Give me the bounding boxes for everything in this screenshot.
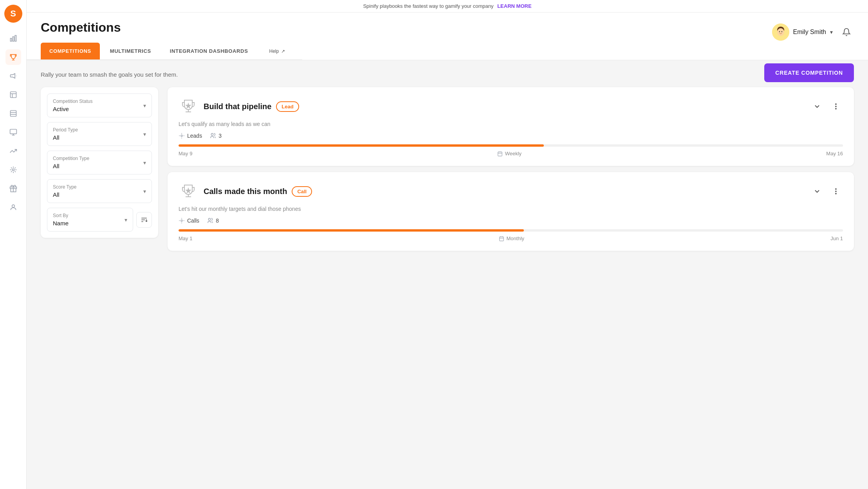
card-2-metric-label: Calls [187, 218, 199, 224]
banner-text: Spinify playbooks the fastest way to gam… [363, 3, 493, 9]
filter-competition-type[interactable]: Competition Type All ▾ [47, 151, 152, 174]
card-1-header: Build that pipeline Lead [179, 97, 843, 116]
svg-point-41 [211, 133, 213, 135]
sidebar-logo[interactable]: S [4, 5, 22, 23]
tagline: Rally your team to smash the goals you s… [41, 71, 854, 78]
user-info[interactable]: Emily Smith ▾ [772, 23, 833, 41]
sidebar-item-report[interactable] [5, 87, 21, 102]
card-1-footer: May 9 Weekly May 16 [179, 151, 843, 156]
svg-point-27 [777, 28, 784, 36]
period-type-arrow-icon: ▾ [143, 131, 146, 137]
card-1-meta: Leads 3 [179, 133, 843, 139]
card-1-title: Build that pipeline [204, 102, 271, 111]
card-1-participants: 3 [210, 133, 222, 139]
svg-point-53 [208, 218, 210, 220]
svg-line-18 [14, 171, 15, 172]
help-text: Help [269, 49, 279, 54]
card-2-progress-fill [179, 229, 524, 232]
svg-rect-0 [10, 38, 11, 41]
svg-point-12 [12, 169, 14, 171]
svg-point-49 [836, 189, 836, 189]
tabs-bar: COMPETITIONS MULTIMETRICS INTEGRATION DA… [27, 43, 302, 60]
sidebar-item-gift[interactable] [5, 181, 21, 196]
svg-point-38 [836, 106, 836, 107]
card-1-progress-bar [179, 144, 843, 147]
trophy-icon-1 [179, 97, 198, 116]
sidebar-item-trophy[interactable] [5, 49, 21, 65]
filter-sort-by-value: Name [53, 220, 69, 227]
svg-rect-54 [499, 237, 503, 241]
card-1-period-label: Weekly [505, 151, 522, 156]
sidebar-item-sparkle[interactable] [5, 162, 21, 178]
card-1-metric: Leads [179, 133, 202, 139]
card-1-more-button[interactable] [829, 99, 843, 113]
card-2-badge: Call [292, 186, 312, 197]
create-competition-button[interactable]: CREATE COMPETITION [764, 63, 854, 82]
card-1-progress-fill [179, 144, 544, 147]
card-2-more-button[interactable] [829, 184, 843, 198]
sidebar-item-list[interactable] [5, 106, 21, 121]
card-1-end-date: May 16 [826, 151, 843, 156]
svg-point-50 [836, 191, 836, 192]
card-2-end-date: Jun 1 [830, 236, 843, 241]
sidebar-item-trending[interactable] [5, 143, 21, 159]
card-2-start-date: May 1 [179, 236, 192, 241]
banner-link[interactable]: LEARN MORE [497, 3, 531, 9]
score-type-arrow-icon: ▾ [143, 188, 146, 194]
svg-rect-1 [13, 37, 14, 41]
user-dropdown-icon: ▾ [830, 29, 833, 35]
svg-rect-42 [498, 152, 502, 156]
card-2-progress-bar [179, 229, 843, 232]
notification-bell[interactable] [839, 25, 854, 40]
filter-sort-by-label: Sort By [53, 213, 69, 218]
main-content: Spinify playbooks the fastest way to gam… [27, 0, 868, 489]
svg-marker-36 [185, 102, 191, 109]
sidebar-item-monitor[interactable] [5, 124, 21, 140]
filter-competition-status-label: Competition Status [53, 99, 92, 104]
sort-direction-button[interactable] [136, 212, 152, 228]
tab-integration-dashboards[interactable]: INTEGRATION DASHBOARDS [161, 43, 257, 59]
sidebar-item-chart[interactable] [5, 31, 21, 46]
filter-period-type[interactable]: Period Type All ▾ [47, 122, 152, 146]
card-2-period: Monthly [499, 236, 525, 241]
svg-rect-2 [15, 36, 16, 41]
filter-period-type-label: Period Type [53, 127, 78, 133]
top-banner: Spinify playbooks the fastest way to gam… [27, 0, 868, 13]
card-2-footer: May 1 Monthly Jun 1 [179, 236, 843, 241]
card-1-start-date: May 9 [179, 151, 192, 156]
sidebar-item-user[interactable] [5, 200, 21, 215]
filter-competition-status[interactable]: Competition Status Active ▾ [47, 93, 152, 117]
tab-competitions[interactable]: COMPETITIONS [41, 43, 100, 59]
competition-card-2: Calls made this month Call Let's [168, 172, 854, 251]
avatar [772, 23, 789, 41]
filter-competition-status-value: Active [53, 106, 92, 112]
card-2-participants: 8 [207, 218, 219, 224]
sort-by-arrow-icon: ▾ [125, 217, 127, 223]
help-link[interactable]: Help ↗ [266, 44, 288, 59]
card-2-meta: Calls 8 [179, 218, 843, 224]
header-left: Competitions COMPETITIONS MULTIMETRICS I… [41, 20, 302, 60]
filter-score-type[interactable]: Score Type All ▾ [47, 179, 152, 203]
svg-point-28 [779, 31, 780, 32]
card-1-metric-label: Leads [187, 133, 202, 139]
filter-score-type-label: Score Type [53, 184, 76, 190]
svg-line-17 [11, 167, 12, 168]
card-1-title-area: Build that pipeline Lead [204, 101, 805, 112]
svg-point-51 [836, 193, 836, 194]
competitions-list: Build that pipeline Lead Let's q [168, 87, 854, 251]
filter-sort-by[interactable]: Sort By Name ▾ [47, 208, 133, 232]
card-2-title: Calls made this month [204, 187, 287, 196]
tab-multimetrics[interactable]: MULTIMETRICS [101, 43, 160, 59]
svg-rect-3 [10, 92, 16, 98]
filter-competition-status-content: Competition Status Active [53, 99, 92, 112]
card-1-expand-button[interactable] [810, 99, 824, 113]
card-2-metric: Calls [179, 218, 199, 224]
svg-point-39 [836, 108, 836, 109]
svg-line-19 [14, 167, 15, 168]
sidebar-item-megaphone[interactable] [5, 68, 21, 84]
competition-type-arrow-icon: ▾ [143, 160, 146, 166]
card-1-description: Let's qualify as many leads as we can [179, 121, 843, 127]
svg-point-52 [181, 220, 182, 221]
card-2-expand-button[interactable] [810, 184, 824, 198]
card-2-description: Let's hit our monthly targets and dial t… [179, 206, 843, 212]
